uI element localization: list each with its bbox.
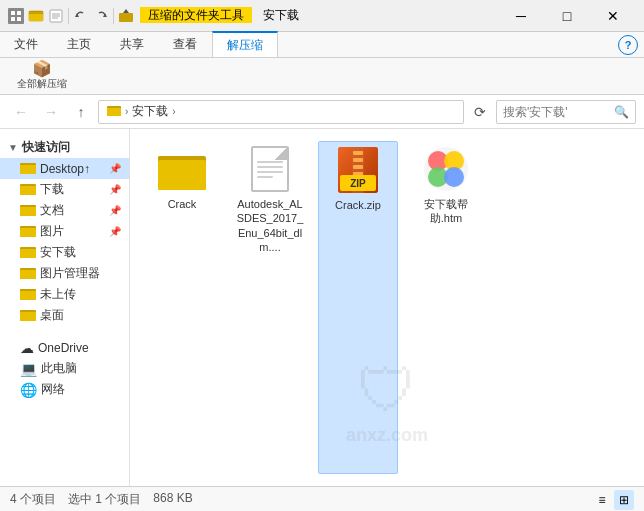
htm-icon bbox=[422, 145, 470, 193]
refresh-button[interactable]: ⟳ bbox=[468, 100, 492, 124]
ribbon: 文件 主页 共享 查看 解压缩 ? 📦 全部解压缩 bbox=[0, 32, 644, 95]
sidebar-item-desktop[interactable]: Desktop↑ 📌 bbox=[0, 158, 129, 179]
extract-all-btn[interactable]: 📦 全部解压缩 bbox=[8, 58, 76, 94]
sidebar-item-pictures[interactable]: 图片 📌 bbox=[0, 221, 129, 242]
sidebar-downloads-text: 下载 bbox=[40, 181, 105, 198]
desktop-folder-icon bbox=[20, 160, 36, 177]
list-view-button[interactable]: ≡ bbox=[592, 490, 612, 510]
files-grid: Crack Autodesk_ALSDES_2017_Enu_ bbox=[142, 141, 632, 474]
svg-rect-29 bbox=[20, 291, 36, 300]
ribbon-tab-bar: 文件 主页 共享 查看 解压缩 ? bbox=[0, 32, 644, 58]
window-icon bbox=[8, 8, 24, 24]
autodesk-doc-icon bbox=[246, 145, 294, 193]
sidebar-item-onedrive[interactable]: ☁ OneDrive bbox=[0, 338, 129, 358]
undo-icon[interactable] bbox=[73, 8, 89, 24]
tab-share[interactable]: 共享 bbox=[106, 32, 159, 57]
sidebar-picture-mgr-text: 图片管理器 bbox=[40, 265, 121, 282]
svg-rect-3 bbox=[17, 17, 21, 21]
main-content: ▼ 快速访问 Desktop↑ 📌 下载 📌 bbox=[0, 129, 644, 486]
tab-view[interactable]: 查看 bbox=[159, 32, 212, 57]
svg-text:ZIP: ZIP bbox=[350, 178, 366, 189]
svg-point-51 bbox=[444, 167, 464, 187]
file-item-crack-zip[interactable]: ZIP Crack.zip bbox=[318, 141, 398, 474]
sidebar-documents-text: 文档 bbox=[40, 202, 105, 219]
svg-rect-1 bbox=[17, 11, 21, 15]
address-box[interactable]: › 安下载 › bbox=[98, 100, 464, 124]
svg-rect-2 bbox=[11, 17, 15, 21]
svg-rect-21 bbox=[20, 207, 36, 216]
view-controls: ≡ ⊞ bbox=[592, 490, 634, 510]
documents-pin-icon: 📌 bbox=[109, 205, 121, 216]
search-input[interactable] bbox=[503, 105, 610, 119]
tab-file[interactable]: 文件 bbox=[0, 32, 53, 57]
search-box[interactable]: 🔍 bbox=[496, 100, 636, 124]
sidebar-item-network[interactable]: 🌐 网络 bbox=[0, 379, 129, 400]
maximize-button[interactable]: □ bbox=[544, 0, 590, 32]
sidebar-item-downloads[interactable]: 下载 📌 bbox=[0, 179, 129, 200]
thispc-icon: 💻 bbox=[20, 361, 37, 377]
file-item-crack-folder[interactable]: Crack bbox=[142, 141, 222, 474]
sidebar-thispc-text: 此电脑 bbox=[41, 360, 121, 377]
file-item-htm[interactable]: 安下载帮助.htm bbox=[406, 141, 486, 474]
picture-mgr-folder-icon bbox=[20, 265, 36, 282]
svg-point-47 bbox=[424, 147, 468, 191]
desktop-pin-icon: 📌 bbox=[109, 163, 121, 174]
grid-view-button[interactable]: ⊞ bbox=[614, 490, 634, 510]
up-folder-icon[interactable] bbox=[118, 8, 134, 24]
up-button[interactable]: ↑ bbox=[68, 99, 94, 125]
desktop2-folder-icon bbox=[20, 307, 36, 324]
pictures-pin-icon: 📌 bbox=[109, 226, 121, 237]
uploaded-folder-icon bbox=[20, 286, 36, 303]
address-icon bbox=[107, 104, 121, 119]
svg-rect-17 bbox=[20, 165, 36, 174]
documents-folder-icon bbox=[20, 202, 36, 219]
downloads-pin-icon: 📌 bbox=[109, 184, 121, 195]
network-icon: 🌐 bbox=[20, 382, 37, 398]
tab-home[interactable]: 主页 bbox=[53, 32, 106, 57]
file-item-autodesk[interactable]: Autodesk_ALSDES_2017_Enu_64bit_dlm.... bbox=[230, 141, 310, 474]
svg-rect-41 bbox=[353, 165, 363, 169]
back-button[interactable]: ← bbox=[8, 99, 34, 125]
quick-access-arrow: ▼ bbox=[8, 142, 18, 153]
sidebar-item-uploaded[interactable]: 未上传 bbox=[0, 284, 129, 305]
sidebar-item-anzaixia[interactable]: 安下载 bbox=[0, 242, 129, 263]
sidebar-item-picture-mgr[interactable]: 图片管理器 bbox=[0, 263, 129, 284]
forward-button[interactable]: → bbox=[38, 99, 64, 125]
selected-count: 选中 1 个项目 bbox=[68, 491, 141, 508]
file-size: 868 KB bbox=[153, 491, 192, 508]
sidebar-spacer bbox=[0, 330, 129, 338]
title-bar: 压缩的文件夹工具 安下载 ─ □ ✕ bbox=[0, 0, 644, 32]
svg-rect-40 bbox=[353, 158, 363, 162]
help-button[interactable]: ? bbox=[618, 35, 638, 55]
sidebar-item-documents[interactable]: 文档 📌 bbox=[0, 200, 129, 221]
address-end-arrow: › bbox=[172, 106, 175, 117]
sidebar-item-thispc[interactable]: 💻 此电脑 bbox=[0, 358, 129, 379]
sidebar-network-text: 网络 bbox=[41, 381, 121, 398]
redo-icon[interactable] bbox=[93, 8, 109, 24]
address-separator: › bbox=[125, 106, 128, 117]
quick-access-label: 快速访问 bbox=[22, 139, 70, 156]
title-bar-title-label: 压缩的文件夹工具 安下载 bbox=[140, 7, 299, 24]
item-count: 4 个项目 bbox=[10, 491, 56, 508]
ribbon-help: ? bbox=[618, 32, 644, 57]
minimize-button[interactable]: ─ bbox=[498, 0, 544, 32]
quick-access-section: ▼ 快速访问 Desktop↑ 📌 下载 📌 bbox=[0, 137, 129, 326]
tab-extract[interactable]: 解压缩 bbox=[212, 31, 278, 57]
search-icon: 🔍 bbox=[614, 105, 629, 119]
sidebar-uploaded-text: 未上传 bbox=[40, 286, 121, 303]
window-controls: ─ □ ✕ bbox=[498, 0, 636, 32]
sidebar-item-desktop2[interactable]: 桌面 bbox=[0, 305, 129, 326]
sidebar: ▼ 快速访问 Desktop↑ 📌 下载 📌 bbox=[0, 129, 130, 486]
tools-label: 压缩的文件夹工具 bbox=[140, 7, 252, 23]
svg-rect-5 bbox=[29, 14, 43, 21]
onedrive-icon: ☁ bbox=[20, 340, 34, 356]
quick-access-header[interactable]: ▼ 快速访问 bbox=[0, 137, 129, 158]
svg-rect-27 bbox=[20, 270, 36, 279]
svg-rect-23 bbox=[20, 228, 36, 237]
status-bar: 4 个项目 选中 1 个项目 868 KB ≡ ⊞ bbox=[0, 486, 644, 511]
window-title: 安下载 bbox=[263, 8, 299, 22]
svg-marker-13 bbox=[123, 9, 129, 13]
title-bar-left: 压缩的文件夹工具 安下载 bbox=[8, 7, 299, 24]
htm-name: 安下载帮助.htm bbox=[410, 197, 482, 226]
close-button[interactable]: ✕ bbox=[590, 0, 636, 32]
